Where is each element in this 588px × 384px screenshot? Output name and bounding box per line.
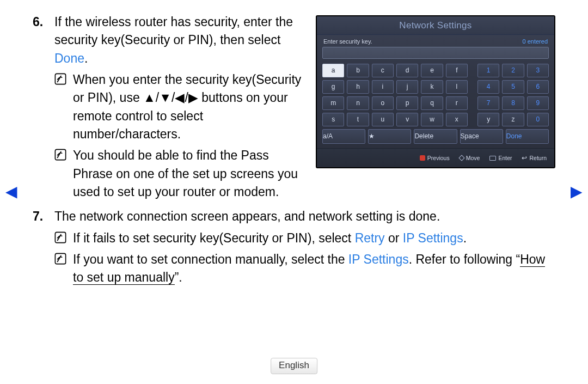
keyboard-key: w <box>421 113 443 126</box>
keyboard-key: b <box>347 64 369 77</box>
onscreen-keyboard: abcdef123ghijkl456mnopqr789stuvwxyz0 <box>322 64 549 126</box>
keyboard-key-: ★ <box>368 129 411 144</box>
step-number: 7. <box>33 208 54 225</box>
red-chip-icon <box>420 155 425 161</box>
keyboard-key: p <box>396 96 418 110</box>
keyboard-key: a <box>322 64 344 77</box>
note-icon <box>54 149 66 161</box>
screenshot-footer-item: Enter <box>489 154 512 162</box>
network-settings-screenshot: Network Settings Enter security key. 0 e… <box>316 15 555 168</box>
enter-icon <box>489 156 496 161</box>
step: 6.If the wireless router has security, e… <box>33 13 304 204</box>
step-paragraph: The network connection screen appears, a… <box>54 208 555 225</box>
keyboard-key: 6 <box>527 80 549 94</box>
svg-rect-0 <box>55 74 65 84</box>
keyboard-key: 8 <box>502 96 524 110</box>
keyboard-key: y <box>477 113 499 126</box>
keyboard-key: f <box>446 64 468 77</box>
svg-rect-2 <box>55 232 65 242</box>
keyboard-key: v <box>396 113 418 126</box>
prev-page-arrow[interactable]: ◀ <box>5 182 17 200</box>
onscreen-keyboard-bottom: a/A★DeleteSpaceDone <box>322 129 549 144</box>
keyboard-key: r <box>446 96 468 110</box>
keyboard-key: k <box>421 80 443 94</box>
keyboard-key: 4 <box>477 80 499 94</box>
move-icon <box>458 155 464 161</box>
screenshot-entered-count: 0 entered <box>523 38 548 45</box>
note: If it fails to set security key(Security… <box>54 229 555 247</box>
svg-rect-3 <box>55 254 65 264</box>
note-icon-wrap <box>54 251 73 265</box>
note-text: If you want to set connection manually, … <box>73 251 555 287</box>
note-icon-wrap <box>54 71 73 85</box>
note-text: If it fails to set security key(Security… <box>73 229 555 247</box>
keyboard-key-aa: a/A <box>322 129 365 144</box>
keyboard-key: 1 <box>477 64 499 77</box>
keyboard-key: i <box>372 80 394 94</box>
keyboard-key: l <box>446 80 468 94</box>
screenshot-footer-item: ↩ Return <box>522 154 547 162</box>
note-icon <box>54 253 66 265</box>
keyboard-key: m <box>322 96 344 110</box>
screenshot-footer-item: Move <box>460 154 480 162</box>
language-footer: English <box>271 358 317 374</box>
next-page-arrow[interactable]: ▶ <box>571 182 583 200</box>
keyboard-key: o <box>372 96 394 110</box>
note-text: You should be able to find the Pass Phra… <box>73 147 304 201</box>
keyboard-key: z <box>502 113 524 126</box>
screenshot-footer: Previous Move Enter↩ Return <box>317 148 554 167</box>
return-icon: ↩ <box>522 154 527 162</box>
note: If you want to set connection manually, … <box>54 251 555 287</box>
note-icon-wrap <box>54 147 73 161</box>
note-icon-wrap <box>54 229 73 243</box>
keyboard-key: q <box>421 96 443 110</box>
screenshot-title: Network Settings <box>317 16 554 35</box>
keyboard-key: e <box>421 64 443 77</box>
keyboard-key: j <box>396 80 418 94</box>
keyboard-key: u <box>372 113 394 126</box>
security-key-input <box>322 47 549 59</box>
keyboard-key: 0 <box>527 113 549 126</box>
keyboard-key: t <box>347 113 369 126</box>
keyboard-key-done: Done <box>506 129 549 144</box>
keyboard-key: 2 <box>502 64 524 77</box>
keyboard-key: 7 <box>477 96 499 110</box>
keyboard-key: h <box>347 80 369 94</box>
note-icon <box>54 231 66 243</box>
note: When you enter the security key(Security… <box>54 71 304 143</box>
keyboard-key: 9 <box>527 96 549 110</box>
step-paragraph: If the wireless router has security, ent… <box>54 13 304 68</box>
keyboard-key: 3 <box>527 64 549 77</box>
step: 7.The network connection screen appears,… <box>33 208 555 290</box>
screenshot-footer-item: Previous <box>420 154 450 162</box>
keyboard-key: d <box>396 64 418 77</box>
keyboard-key: n <box>347 96 369 110</box>
keyboard-key: 5 <box>502 80 524 94</box>
keyboard-key-delete: Delete <box>414 129 457 144</box>
keyboard-key: s <box>322 113 344 126</box>
note-text: When you enter the security key(Security… <box>73 71 304 143</box>
step-body: If the wireless router has security, ent… <box>54 13 304 204</box>
keyboard-key: c <box>372 64 394 77</box>
step-number: 6. <box>33 13 54 31</box>
screenshot-prompt: Enter security key. <box>323 38 372 45</box>
note-icon <box>54 73 66 85</box>
keyboard-key: x <box>446 113 468 126</box>
keyboard-key: g <box>322 80 344 94</box>
svg-rect-1 <box>55 150 65 160</box>
keyboard-key-space: Space <box>460 129 503 144</box>
step-body: The network connection screen appears, a… <box>54 208 555 290</box>
note: You should be able to find the Pass Phra… <box>54 147 304 201</box>
